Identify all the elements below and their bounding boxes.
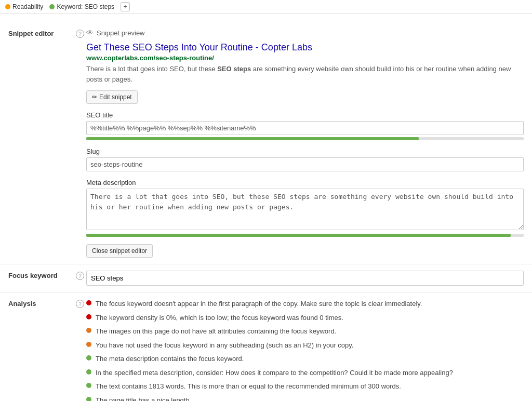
analysis-item: The images on this page do not have alt … xyxy=(86,326,524,337)
analysis-text: The images on this page do not have alt … xyxy=(96,326,336,337)
slug-group: Slug xyxy=(86,148,524,173)
analysis-dot xyxy=(86,300,91,305)
meta-desc-label: Meta description xyxy=(86,179,524,186)
analysis-item: You have not used the focus keyword in a… xyxy=(86,340,524,351)
snippet-editor-section: Snippet editor ? 👁 Snippet preview Get T… xyxy=(0,22,532,264)
analysis-item: The page title has a nice length. xyxy=(86,395,524,402)
pencil-icon: ✏ xyxy=(92,93,97,101)
analysis-dot xyxy=(86,397,91,402)
keyword-label: Keyword: SEO steps xyxy=(57,3,114,10)
snippet-preview-header: 👁 Snippet preview xyxy=(86,29,524,37)
focus-keyword-label: Focus keyword xyxy=(8,271,76,279)
help-icon[interactable]: ? xyxy=(76,30,84,38)
analysis-item: In the specified meta description, consi… xyxy=(86,368,524,378)
eye-icon: 👁 xyxy=(86,29,94,37)
analysis-help[interactable]: ? xyxy=(76,299,86,308)
analysis-dot xyxy=(86,342,91,347)
keyword-dot xyxy=(49,4,55,9)
close-snippet-button[interactable]: Close snippet editor xyxy=(86,244,153,258)
snippet-editor-help[interactable]: ? xyxy=(76,29,86,38)
analysis-item: The meta description contains the focus … xyxy=(86,354,524,364)
snippet-url-bold: seo-steps-routine xyxy=(155,54,212,62)
analysis-list: The focus keyword doesn't appear in the … xyxy=(86,299,524,401)
snippet-editor-content: 👁 Snippet preview Get These SEO Steps In… xyxy=(86,29,524,258)
focus-keyword-section: Focus keyword ? xyxy=(0,264,532,292)
analysis-dot xyxy=(86,314,91,319)
analysis-text: The meta description contains the focus … xyxy=(96,354,244,364)
keyword-tab[interactable]: Keyword: SEO steps xyxy=(49,3,114,10)
close-snippet-label: Close snippet editor xyxy=(92,247,147,255)
slug-input[interactable] xyxy=(86,157,524,171)
analysis-text: The focus keyword doesn't appear in the … xyxy=(96,299,422,309)
seo-title-input[interactable] xyxy=(86,121,524,135)
analysis-dot xyxy=(86,383,91,388)
add-tab-button[interactable]: + xyxy=(121,2,130,11)
snippet-editor-label: Snippet editor xyxy=(8,29,76,37)
focus-help-icon[interactable]: ? xyxy=(76,272,84,280)
analysis-dot xyxy=(86,328,91,333)
analysis-section: Analysis ? The focus keyword doesn't app… xyxy=(0,292,532,401)
analysis-item: The keyword density is 0%, which is too … xyxy=(86,313,524,323)
seo-title-progress-fill xyxy=(86,137,419,140)
focus-keyword-input[interactable] xyxy=(86,271,524,286)
snippet-title-link[interactable]: Get These SEO Steps Into Your Routine - … xyxy=(86,42,524,53)
readability-dot xyxy=(5,4,10,9)
analysis-item: The focus keyword doesn't appear in the … xyxy=(86,299,524,309)
snippet-url: www.copterlabs.com/seo-steps-routine/ xyxy=(86,54,524,62)
focus-keyword-help[interactable]: ? xyxy=(76,271,86,280)
seo-title-group: SEO title xyxy=(86,111,524,140)
snippet-url-suffix: / xyxy=(212,54,214,62)
slug-label: Slug xyxy=(86,148,524,155)
meta-desc-input[interactable]: There is a lot that goes into SEO, but t… xyxy=(86,189,524,230)
analysis-dot xyxy=(86,355,91,360)
analysis-label: Analysis xyxy=(8,299,76,308)
analysis-text: You have not used the focus keyword in a… xyxy=(96,340,353,351)
seo-title-label: SEO title xyxy=(86,111,524,119)
analysis-content: The focus keyword doesn't appear in the … xyxy=(86,299,524,401)
snippet-url-base: www.copterlabs.com/ xyxy=(86,54,155,62)
analysis-item: The text contains 1813 words. This is mo… xyxy=(86,381,524,392)
snippet-desc: There is a lot that goes into SEO, but t… xyxy=(86,64,524,84)
meta-desc-progress-fill xyxy=(86,234,511,237)
top-bar: Readability Keyword: SEO steps + xyxy=(0,0,532,14)
snippet-desc-before: There is a lot that goes into SEO, but t… xyxy=(86,65,217,73)
analysis-dot xyxy=(86,369,91,375)
snippet-preview-label: Snippet preview xyxy=(97,29,145,37)
main-content: Snippet editor ? 👁 Snippet preview Get T… xyxy=(0,14,532,401)
analysis-text: The page title has a nice length. xyxy=(96,395,191,402)
analysis-help-icon[interactable]: ? xyxy=(76,300,84,308)
seo-title-progress-bar xyxy=(86,137,524,140)
analysis-text: The text contains 1813 words. This is mo… xyxy=(96,381,401,392)
meta-desc-progress-bar xyxy=(86,234,524,237)
snippet-preview: Get These SEO Steps Into Your Routine - … xyxy=(86,42,524,84)
analysis-text: The keyword density is 0%, which is too … xyxy=(96,313,343,323)
meta-desc-group: Meta description There is a lot that goe… xyxy=(86,179,524,237)
readability-tab[interactable]: Readability xyxy=(5,3,43,10)
edit-snippet-button[interactable]: ✏ Edit snippet xyxy=(86,90,138,104)
analysis-text: In the specified meta description, consi… xyxy=(96,368,453,378)
edit-snippet-label: Edit snippet xyxy=(99,93,132,101)
snippet-desc-bold: SEO steps xyxy=(217,65,251,73)
focus-keyword-content xyxy=(86,271,524,286)
readability-label: Readability xyxy=(12,3,43,10)
